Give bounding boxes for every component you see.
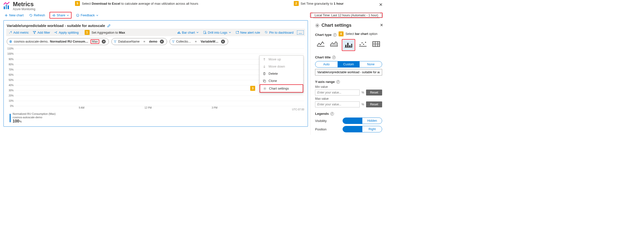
menu-clone[interactable]: Clone <box>260 77 303 84</box>
visibility-toggle[interactable]: VisibleHidden <box>342 118 382 124</box>
context-menu: Move up Move down Delete Clone Chart set… <box>260 56 304 93</box>
reset-min-button[interactable]: Reset <box>366 90 382 96</box>
chart-type-dropdown[interactable]: Bar chart <box>176 30 200 35</box>
title-custom-option[interactable]: Custom <box>338 61 360 67</box>
max-value-input[interactable] <box>315 102 360 108</box>
utc-offset: UTC-07:00 <box>292 108 304 111</box>
cosmos-icon <box>9 40 12 43</box>
share-button[interactable]: Share <box>51 12 70 18</box>
visible-option[interactable]: Visible <box>343 118 362 124</box>
position-toggle[interactable]: BottomRight <box>342 126 382 132</box>
svg-point-8 <box>11 32 12 33</box>
legend-resource-name: cosmos-autoscale-demo <box>12 116 56 119</box>
callout-5-text: Select Download to Excel to calculate av… <box>82 2 198 6</box>
menu-move-down: Move down <box>260 63 303 70</box>
chart-type-area[interactable] <box>328 39 340 49</box>
edit-title-icon[interactable] <box>107 24 111 28</box>
y-axis-section-label: Y-axis rangei <box>315 80 382 84</box>
legends-section-label: Legendsi <box>315 112 382 116</box>
svg-point-28 <box>360 44 360 45</box>
svg-point-4 <box>77 15 77 15</box>
svg-point-30 <box>363 44 364 45</box>
x-tick: 9 AM <box>79 106 84 109</box>
reset-max-button[interactable]: Reset <box>366 102 382 108</box>
chart-type-bar[interactable] <box>343 40 354 50</box>
svg-point-10 <box>57 32 57 32</box>
max-value-label: Max value <box>315 97 382 100</box>
right-option[interactable]: Right <box>362 126 382 132</box>
menu-move-up: Move up <box>260 56 303 63</box>
apply-splitting-button[interactable]: Apply splitting <box>53 30 80 35</box>
y-tick: 60% <box>9 73 14 76</box>
metric-pill[interactable]: cosmos-autoscale-demo, Normalized RU Con… <box>7 38 109 45</box>
new-chart-button[interactable]: New chart <box>4 12 25 18</box>
bottom-option[interactable]: Bottom <box>343 126 362 132</box>
svg-rect-2 <box>8 6 9 9</box>
filter-pill-database[interactable]: DatabaseName = demo ✕ <box>112 38 167 45</box>
chart-type-line[interactable] <box>315 39 326 49</box>
y-tick: 110% <box>7 47 14 50</box>
hidden-option[interactable]: Hidden <box>362 118 382 124</box>
add-filter-button[interactable]: Add filter <box>32 30 51 35</box>
position-label: Position <box>315 128 326 131</box>
chart-title-section-label: Chart titlei <box>315 56 382 59</box>
info-icon[interactable]: i <box>330 112 334 116</box>
callout-2-text: Set Time granularity to 1 hour <box>301 2 344 6</box>
chart-type-scatter[interactable] <box>357 39 368 49</box>
svg-rect-27 <box>351 44 352 47</box>
svg-point-9 <box>54 32 55 33</box>
callout-1-badge: 1 <box>85 30 90 35</box>
title-auto-option[interactable]: Auto <box>315 61 338 67</box>
info-icon[interactable]: i <box>336 80 340 84</box>
close-settings-icon[interactable]: ✕ <box>380 23 383 28</box>
info-icon[interactable]: i <box>333 33 336 36</box>
callout-2-badge: 2 <box>294 1 299 6</box>
filter-pill-collection[interactable]: Collectio… = VariableW… ✕ <box>170 38 228 45</box>
svg-point-18 <box>10 40 12 43</box>
chart-title-input[interactable] <box>315 69 382 76</box>
refresh-button[interactable]: Refresh <box>28 12 46 18</box>
title-none-option[interactable]: None <box>360 61 382 67</box>
chart-title: Variable/unpredictable workload - suitab… <box>7 24 105 28</box>
callout-1-text: Set Aggregation to Max <box>92 31 125 34</box>
svg-point-7 <box>10 32 11 32</box>
svg-point-6 <box>9 33 10 34</box>
svg-rect-1 <box>6 4 7 9</box>
drill-into-logs-button[interactable]: Drill into Logs <box>202 30 232 35</box>
remove-filter-icon[interactable]: ✕ <box>221 40 225 44</box>
svg-rect-32 <box>373 42 380 46</box>
remove-metric-icon[interactable]: ✕ <box>102 40 106 44</box>
more-options-button[interactable]: … <box>297 30 304 35</box>
y-tick: 70% <box>9 68 14 71</box>
menu-chart-settings[interactable]: Chart settings <box>260 84 303 92</box>
x-tick: 3 PM <box>212 106 217 109</box>
add-metric-button[interactable]: Add metric <box>8 30 30 35</box>
info-icon[interactable]: i <box>332 56 336 59</box>
svg-rect-25 <box>347 43 348 47</box>
y-tick: 50% <box>9 78 14 81</box>
pin-to-dashboard-button[interactable]: Pin to dashboard <box>264 30 294 35</box>
y-tick: 100% <box>7 52 14 55</box>
settings-title: Chart settings <box>322 23 352 28</box>
close-icon[interactable]: ✕ <box>379 2 383 8</box>
svg-point-22 <box>264 88 265 89</box>
menu-delete[interactable]: Delete <box>260 70 303 77</box>
time-range-picker[interactable]: Local Time: Last 12 hours (Automatic - 1… <box>311 12 382 18</box>
y-tick: 80% <box>9 63 14 66</box>
title-mode-toggle[interactable]: Auto Custom None <box>315 61 382 68</box>
chart-type-grid[interactable] <box>370 39 382 49</box>
chart-type-label: Chart typei <box>315 33 336 36</box>
page-subtitle: Azure Monitoring <box>13 8 36 11</box>
feedback-button[interactable]: Feedback <box>75 12 100 18</box>
callout-4-badge: 4 <box>338 32 344 36</box>
min-value-input[interactable] <box>315 90 360 96</box>
page-title: Metrics <box>13 1 36 8</box>
svg-rect-21 <box>264 80 266 82</box>
new-alert-rule-button[interactable]: New alert rule <box>235 30 261 35</box>
remove-filter-icon[interactable]: ✕ <box>160 40 164 44</box>
legend-metric-name: Normalized RU Consumption (Max) <box>12 112 56 116</box>
callout-3-badge: 3 <box>250 86 255 91</box>
svg-rect-13 <box>179 32 180 34</box>
aggregation-value[interactable]: Max <box>90 39 100 44</box>
svg-rect-26 <box>349 45 350 47</box>
